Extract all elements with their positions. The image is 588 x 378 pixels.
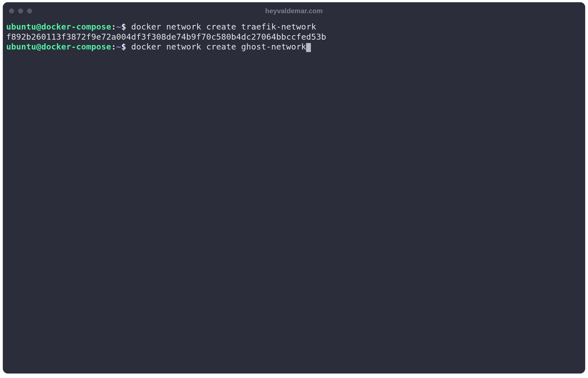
close-icon[interactable] — [9, 8, 14, 14]
minimize-icon[interactable] — [18, 8, 23, 14]
prompt-colon: : — [111, 22, 116, 32]
terminal-line-2: f892b260113f3872f9e72a004df3f308de74b9f7… — [6, 32, 582, 42]
prompt-path: ~ — [116, 42, 121, 51]
output-text: f892b260113f3872f9e72a004df3f308de74b9f7… — [6, 32, 326, 42]
prompt-path: ~ — [116, 22, 121, 32]
terminal-window: heyvaldemar.com ubuntu@docker-compose:~$… — [3, 2, 585, 374]
prompt-colon: : — [111, 42, 116, 51]
window-controls — [9, 8, 32, 14]
terminal-line-3: ubuntu@docker-compose:~$ docker network … — [6, 42, 582, 52]
prompt-user-host: ubuntu@docker-compose — [6, 22, 111, 32]
maximize-icon[interactable] — [27, 8, 32, 14]
prompt-dollar: $ — [121, 22, 126, 32]
command-text: docker network create ghost-network — [126, 42, 306, 51]
terminal-body[interactable]: ubuntu@docker-compose:~$ docker network … — [3, 20, 585, 374]
title-bar: heyvaldemar.com — [3, 2, 585, 20]
window-title: heyvaldemar.com — [265, 7, 323, 15]
terminal-line-1: ubuntu@docker-compose:~$ docker network … — [6, 22, 582, 32]
command-text: docker network create traefik-network — [126, 22, 316, 32]
prompt-dollar: $ — [121, 42, 126, 51]
prompt-user-host: ubuntu@docker-compose — [6, 42, 111, 51]
cursor-icon — [306, 43, 311, 52]
